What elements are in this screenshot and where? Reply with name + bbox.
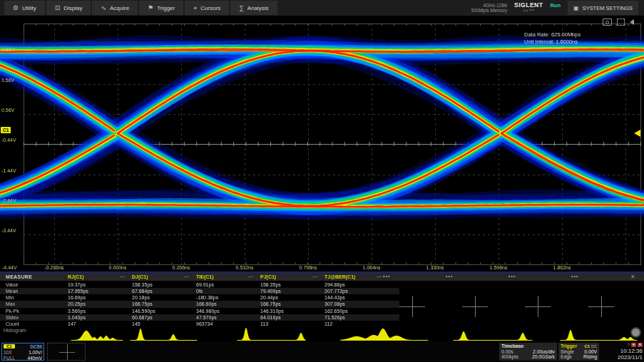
more-measure-icon[interactable]: •••	[571, 274, 578, 279]
more-measure-icon[interactable]: •••	[446, 274, 453, 279]
measure-value-cell: 69.91ps	[196, 282, 214, 287]
measure-value-cell: 145	[132, 321, 140, 326]
measure-value-cell: 1.043ps	[68, 315, 86, 320]
measure-value-cell: 166.60ps	[196, 301, 217, 306]
remove-measure-icon[interactable]: —	[184, 274, 189, 279]
y-axis-label: -2.44V	[1, 198, 16, 203]
cursors-icon: ⌖	[193, 4, 197, 12]
remove-measure-icon[interactable]: —	[377, 274, 382, 279]
measure-value-cell: 67.684ps	[132, 289, 153, 294]
system-settings-label: SYSTEM SETTINGS	[583, 5, 633, 11]
more-measure-icon[interactable]: •••	[508, 274, 516, 279]
trigger-level-marker[interactable]	[634, 130, 640, 137]
gear-icon: ⚙	[13, 4, 19, 11]
menu-items: ⚙Utility⊡Display∿Acquire⚑Trigger⌖Cursors…	[0, 0, 279, 16]
menu-item-display[interactable]: ⊡Display	[46, 1, 91, 15]
x-axis-label: 1.596ns	[490, 265, 508, 270]
analysis-icon: ∑	[239, 4, 243, 11]
remove-measure-icon[interactable]: —	[120, 274, 125, 279]
channel1-bandwidth: FULL	[4, 356, 15, 361]
trigger-slope: Rising	[583, 354, 597, 359]
menu-item-label: Cursors	[200, 5, 220, 11]
menu-item-trigger[interactable]: ⚑Trigger	[139, 1, 183, 15]
measure-value-cell: 162.650ps	[324, 309, 348, 314]
channel1-offset: 440mV	[27, 356, 42, 361]
measure-value-cell: 146.590ps	[132, 309, 155, 314]
menu-item-label: Display	[63, 5, 82, 11]
menu-item-acquire[interactable]: ∿Acquire	[92, 1, 138, 15]
system-settings-button[interactable]: ▣ SYSTEM SETTINGS	[568, 1, 638, 15]
trigger-type: Edge	[561, 354, 572, 359]
remove-measure-icon[interactable]: —	[248, 274, 253, 279]
measure-column-header[interactable]: TJ@BER(C1)	[324, 274, 355, 279]
menu-item-label: Analysis	[247, 5, 269, 11]
measure-column-header[interactable]: RJ(C1)	[68, 274, 84, 279]
measure-value-cell: 71.526ps	[324, 315, 345, 320]
trigger-coupling: DC	[591, 344, 597, 348]
timebase-descriptor[interactable]: Timebase 0.00s 2.00us/div 400kpts 20.0GS…	[499, 343, 557, 361]
x-axis-label: 1.862ns	[553, 265, 571, 270]
spec-line1: 4GHz-12Bit	[471, 3, 507, 9]
user-icon: ▣	[573, 5, 579, 11]
y-axis-label: 2.56V	[1, 47, 14, 52]
channel1-coupling: DC50	[30, 344, 42, 349]
data-rate-label: Data Rate: 625.00Mbps	[524, 31, 581, 38]
measure-value-cell: 147	[68, 321, 76, 326]
measure-value-cell: 112	[324, 321, 332, 326]
y-axis-label: -1.44V	[1, 168, 16, 173]
spec-line2: 500Mpts Memory	[471, 8, 507, 14]
more-measure-icon[interactable]: •••	[383, 274, 390, 279]
menu-item-analysis[interactable]: ∑Analysis	[230, 1, 277, 15]
trigger-frequency: f = ***	[514, 8, 543, 14]
measure-value-cell: 3.560ps	[68, 309, 86, 314]
measure-value-cell: 207.772ps	[324, 289, 348, 294]
timebase-delay: 0.00s	[501, 349, 513, 354]
channel-position-marker[interactable]: C1	[1, 127, 11, 133]
menu-item-cursors[interactable]: ⌖Cursors	[185, 1, 229, 15]
channel1-descriptor[interactable]: C1 DC50 10X 1.00V/ FULL 440mV	[1, 343, 44, 361]
empty-measure-slot[interactable]	[462, 296, 488, 317]
measure-column-header[interactable]: PJ(C1)	[260, 274, 276, 279]
measure-value-cell: 113	[260, 321, 268, 326]
brand-logo: SIGLENT	[514, 2, 543, 8]
measure-row-label: Pk-Pk	[6, 309, 19, 314]
empty-measure-slot[interactable]	[399, 296, 425, 317]
add-channel-button[interactable]	[47, 343, 86, 361]
run-status[interactable]: Run	[550, 2, 561, 9]
measure-value-cell: 47.570ps	[196, 315, 217, 320]
measure-column-header[interactable]: TIE(C1)	[196, 274, 214, 279]
trigger-title: Trigger	[561, 343, 577, 348]
empty-measure-slot[interactable]	[525, 296, 551, 317]
speaker-icon[interactable]	[630, 19, 634, 25]
oscilloscope-screen: ⚙Utility⊡Display∿Acquire⚑Trigger⌖Cursors…	[0, 0, 644, 362]
close-icon[interactable]: ✕	[630, 274, 635, 280]
menu-item-label: Utility	[22, 5, 36, 11]
display-icon: ⊡	[55, 4, 61, 11]
histogram-label: Histogram	[4, 328, 26, 333]
x-axis-label: 0.798ns	[300, 265, 317, 270]
x-axis-label: -0.266ns	[44, 265, 63, 270]
y-axis-label: 0.56V	[1, 108, 14, 113]
measure-column-header[interactable]: DJ(C1)	[132, 274, 148, 279]
channel1-scale: 1.00V/	[29, 350, 42, 355]
timebase-samplerate: 20.0GSa/s	[532, 354, 555, 359]
brand-block: SIGLENT f = ***	[514, 2, 543, 14]
sound-muted-icon: ✕	[631, 343, 636, 347]
measure-value-cell: 79.409ps	[260, 289, 281, 294]
x-axis-label: 1.330ns	[426, 265, 444, 270]
menu-item-label: Trigger	[157, 5, 175, 11]
camera-icon[interactable]	[603, 19, 612, 26]
fullscreen-icon[interactable]	[617, 19, 625, 26]
timebase-title: Timebase	[501, 343, 523, 348]
status-icons: ? ✕ ✕	[601, 342, 643, 348]
gesture-circle-button[interactable]	[630, 327, 641, 338]
menu-status: 4GHz-12Bit 500Mpts Memory SIGLENT f = **…	[471, 0, 644, 16]
menu-item-utility[interactable]: ⚙Utility	[4, 1, 45, 15]
clock-date: 2023/11/1	[601, 354, 643, 361]
remove-measure-icon[interactable]: —	[312, 274, 317, 279]
empty-measure-slot[interactable]	[588, 296, 614, 317]
x-axis-label: 0.532ns	[236, 265, 254, 270]
menu-item-label: Acquire	[110, 5, 129, 11]
network-error-icon: ✕	[638, 343, 643, 347]
trigger-descriptor[interactable]: Trigger C1 DC Single 0.00V Edge Rising	[558, 343, 599, 361]
